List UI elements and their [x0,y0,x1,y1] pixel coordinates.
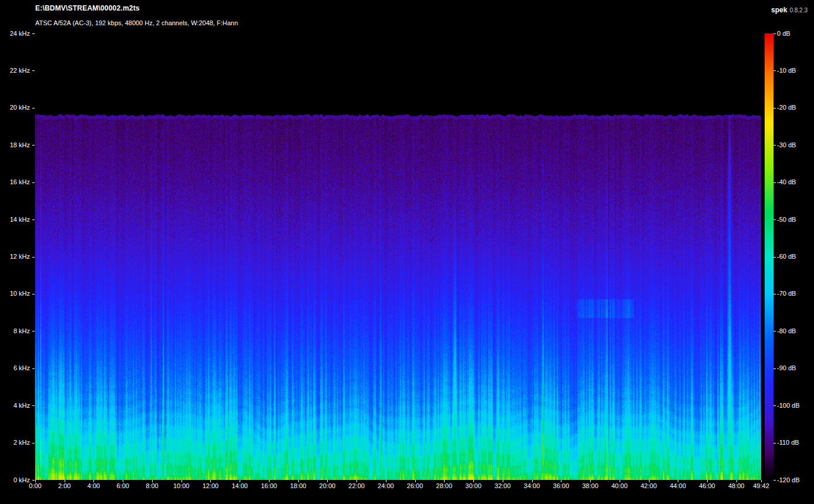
db-tick-label: -110 dB [777,439,799,447]
axis-tick [32,405,35,406]
time-tick-label: 48:00 [728,482,745,489]
db-tick-label: -20 dB [777,104,796,111]
db-tick-label: 0 dB [777,30,791,38]
time-tick-label: 22:00 [348,482,365,489]
axis-tick [32,33,35,34]
time-tick-label: 18:00 [290,482,307,489]
time-tick-label: 28:00 [436,482,453,489]
axis-tick [32,145,35,146]
axis-tick [773,368,776,369]
db-colorbar [765,33,773,480]
db-tick-label: -100 dB [777,402,800,410]
time-tick-label: 24:00 [378,482,394,489]
axis-tick [32,108,35,109]
time-tick-label: 46:00 [699,482,715,489]
db-tick-label: -40 dB [777,178,796,186]
freq-tick-label: 6 kHz [1,364,30,372]
time-tick-label: 49:42 [753,482,769,489]
axis-tick [773,331,776,332]
axis-tick [773,182,776,183]
app-badge: spek0.8.2.3 [771,4,808,15]
axis-tick [32,480,35,481]
time-tick-label: 40:00 [611,482,628,489]
freq-tick-label: 16 kHz [1,178,30,186]
time-tick-label: 6:00 [116,482,129,489]
freq-tick-label: 24 kHz [1,30,30,38]
axis-tick [32,368,35,369]
db-tick-label: -80 dB [777,327,796,335]
time-tick-label: 42:00 [641,482,657,489]
axis-tick [773,33,776,34]
freq-tick-label: 10 kHz [1,290,30,297]
axis-tick [773,405,776,406]
time-tick-label: 0:00 [29,482,41,489]
freq-tick-label: 12 kHz [1,253,30,261]
freq-tick-label: 20 kHz [1,104,30,111]
time-tick-label: 26:00 [407,482,423,489]
axis-tick [32,70,35,71]
time-tick-label: 14:00 [231,482,248,489]
axis-tick [32,219,35,220]
freq-tick-label: 8 kHz [1,327,30,335]
spectrogram-canvas [35,33,761,480]
db-axis: 0 dB-10 dB-20 dB-30 dB-40 dB-50 dB-60 dB… [777,33,813,480]
axis-tick [32,294,35,295]
axis-tick [773,108,776,109]
time-tick-label: 38:00 [582,482,598,489]
time-tick-label: 4:00 [88,482,100,489]
axis-tick [773,70,776,71]
stream-info: ATSC A/52A (AC-3), 192 kbps, 48000 Hz, 2… [35,19,238,26]
db-tick-label: -10 dB [777,67,796,75]
axis-tick [773,443,776,444]
frequency-axis: 24 kHz22 kHz20 kHz18 kHz16 kHz14 kHz12 k… [0,33,31,480]
db-tick-label: -50 dB [777,216,796,224]
axis-tick [32,331,35,332]
db-tick-label: -90 dB [777,364,796,372]
time-tick-label: 10:00 [173,482,190,489]
db-tick-label: -60 dB [777,253,796,261]
time-tick-label: 20:00 [319,482,336,489]
time-tick-label: 32:00 [495,482,511,489]
time-tick-label: 2:00 [58,482,70,489]
time-tick-label: 36:00 [553,482,570,489]
app-version: 0.8.2.3 [789,7,808,13]
time-tick-label: 16:00 [261,482,277,489]
time-tick-label: 44:00 [670,482,686,489]
axis-tick [32,257,35,258]
axis-tick [773,145,776,146]
time-tick-label: 12:00 [203,482,219,489]
axis-tick [773,294,776,295]
axis-tick [773,257,776,258]
freq-tick-label: 0 kHz [1,476,30,484]
time-axis: 0:002:004:006:008:0010:0012:0014:0016:00… [35,482,761,491]
freq-tick-label: 18 kHz [1,141,30,149]
axis-tick [32,443,35,444]
freq-tick-label: 2 kHz [1,439,30,447]
db-tick-label: -120 dB [777,476,800,484]
time-tick-label: 8:00 [146,482,158,489]
db-tick-label: -70 dB [777,290,796,297]
db-tick-label: -30 dB [777,141,796,149]
axis-tick [32,182,35,183]
axis-tick [773,480,776,481]
file-path: E:\BDMV\STREAM\00002.m2ts [35,4,140,12]
axis-tick [773,219,776,220]
time-tick-label: 30:00 [465,482,482,489]
freq-tick-label: 14 kHz [1,216,30,224]
app-name: spek [771,6,787,14]
freq-tick-label: 4 kHz [1,402,30,410]
time-tick-label: 34:00 [524,482,540,489]
freq-tick-label: 22 kHz [1,67,30,75]
